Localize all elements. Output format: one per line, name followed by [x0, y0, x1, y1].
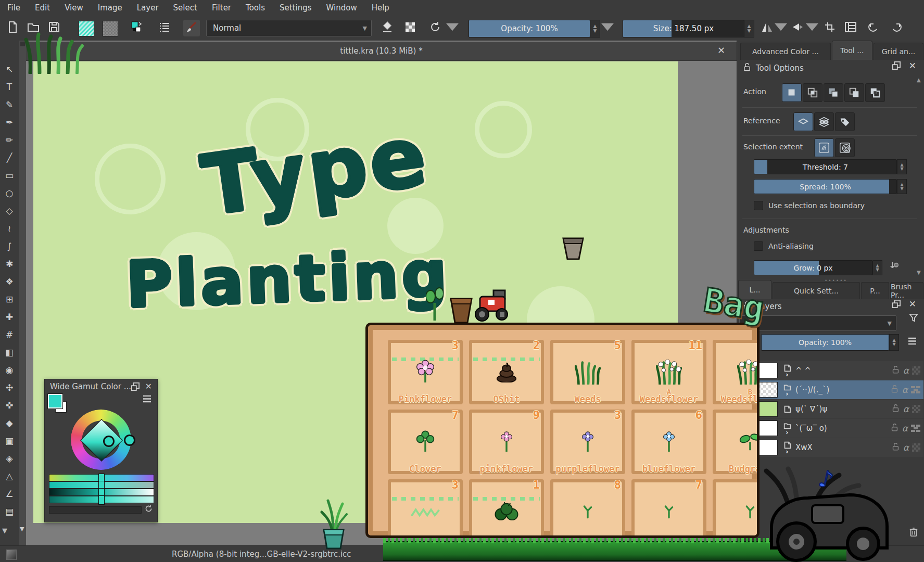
layer-opacity-spinner[interactable]: ▲▼ — [889, 334, 899, 351]
menu-settings[interactable]: Settings — [272, 0, 319, 16]
reference-images-tool[interactable]: ▤ — [0, 503, 19, 520]
mirror-vertical-dropdown[interactable] — [777, 20, 785, 36]
inventory-slot-budgrass[interactable]: 3Budgrass — [713, 410, 760, 474]
scroll-up-icon[interactable]: ▲ — [917, 77, 923, 83]
mirror-horizontal-button[interactable] — [789, 20, 806, 36]
scroll-down-icon[interactable]: ▼ — [917, 270, 923, 275]
close-icon[interactable]: ✕ — [145, 381, 152, 391]
tab-brushpr[interactable]: Brush Pr... — [890, 282, 923, 299]
action-intersect-button[interactable] — [803, 83, 822, 102]
layer-name[interactable]: ^ ^ — [795, 366, 891, 375]
polygon-tool[interactable]: ◇ — [0, 202, 19, 220]
threshold-slider[interactable]: Threshold: 7 — [754, 159, 897, 174]
alpha-lock-icon[interactable]: α — [903, 365, 909, 376]
eraser-mode-button[interactable] — [379, 20, 396, 36]
float-docker-icon[interactable] — [892, 61, 901, 72]
antialiasing-checkbox[interactable] — [754, 241, 763, 251]
reload-preset-button[interactable] — [427, 20, 444, 36]
value-bar[interactable] — [49, 489, 154, 496]
threshold-spinner[interactable]: ▲▼ — [897, 159, 907, 174]
float-docker-icon[interactable] — [131, 382, 140, 393]
action-symmetric-difference-button[interactable] — [865, 83, 885, 102]
layer-blend-mode-combo[interactable]: ▼ — [739, 315, 896, 331]
new-document-button[interactable] — [4, 20, 21, 36]
layer-style-icon[interactable] — [911, 386, 920, 393]
grow-spinner[interactable]: ▲▼ — [872, 260, 882, 275]
extent-contiguous-button[interactable] — [814, 138, 834, 157]
toolbox-scroll-down[interactable]: ▼ — [2, 527, 7, 534]
layer-row-3[interactable]: ›`(‾ω‾ o)α — [738, 419, 923, 438]
delete-layer-icon[interactable] — [909, 527, 918, 539]
action-subtract-button[interactable] — [844, 83, 864, 102]
inventory-slot-pinkflower[interactable]: 9pinkflower — [469, 410, 544, 474]
extent-global-button[interactable] — [835, 138, 855, 157]
snap-button[interactable] — [821, 20, 838, 36]
enclose-fill-tool[interactable]: ▣ — [0, 432, 19, 450]
alpha-lock-icon[interactable]: α — [903, 404, 909, 414]
layer-row-1[interactable]: ✓›(´··)/(._`)α — [738, 380, 923, 399]
inventory-slot-oshit[interactable]: 2OShit — [469, 340, 544, 404]
selection-display-icon[interactable] — [6, 550, 17, 560]
calligraphy-tool[interactable]: ✒ — [0, 113, 19, 131]
layer-row-0[interactable]: ›^ ^α — [738, 361, 923, 380]
transform-tool[interactable]: ⊞ — [0, 290, 19, 308]
brush-size-slider[interactable]: Size: 187.50 px — [623, 20, 744, 37]
lock-layer-icon[interactable] — [890, 423, 899, 434]
inventory-slot-weedsflower[interactable]: 11AWeedsflower — [631, 340, 706, 404]
line-tool[interactable]: ╱ — [0, 149, 19, 167]
edit-shapes-tool[interactable]: ✎ — [0, 96, 19, 113]
alpha-lock-icon[interactable]: α — [902, 385, 908, 395]
rectangle-tool[interactable]: ▭ — [0, 167, 19, 184]
lock-layer-icon[interactable] — [891, 365, 900, 376]
texture-swatch[interactable] — [103, 21, 118, 36]
lock-layer-icon[interactable] — [891, 442, 900, 453]
foreground-background-colors[interactable] — [126, 20, 147, 36]
document-titlebar[interactable]: tittle.kra (10.3 MiB) * ✕ — [26, 42, 737, 61]
menu-edit[interactable]: Edit — [28, 0, 57, 16]
gradient-tool[interactable]: ◧ — [0, 343, 19, 361]
layer-alpha-icon[interactable] — [912, 366, 920, 375]
menu-view[interactable]: View — [57, 0, 91, 16]
menu-window[interactable]: Window — [319, 0, 364, 16]
layer-style-icon[interactable] — [911, 425, 920, 432]
reset-colors-icon[interactable] — [144, 504, 153, 515]
edit-brush-settings-button[interactable] — [183, 20, 200, 36]
expand-chevron-icon[interactable]: › — [786, 449, 788, 454]
smart-patch-tool[interactable]: ✜ — [0, 397, 19, 414]
layer-opacity-slider[interactable]: Opacity: 100% — [761, 334, 889, 351]
expand-chevron-icon[interactable]: › — [786, 430, 788, 435]
crop-tool[interactable]: # — [0, 326, 19, 343]
alpha-lock-icon[interactable]: α — [902, 423, 908, 433]
expand-chevron-icon[interactable]: › — [786, 372, 788, 377]
lock-layer-icon[interactable] — [890, 385, 899, 395]
close-icon[interactable]: ✕ — [717, 45, 725, 56]
alpha-lock-icon[interactable]: α — [903, 442, 909, 453]
assistants-tool[interactable]: △ — [0, 467, 19, 485]
float-docker-icon[interactable] — [892, 300, 901, 310]
layer-filter-icon[interactable] — [909, 313, 918, 325]
lock-layer-icon[interactable] — [891, 404, 900, 415]
layer-name[interactable]: (´··)/(._`) — [795, 385, 890, 394]
text-tool[interactable]: T — [0, 78, 19, 96]
fill-tool[interactable]: ◆ — [0, 414, 19, 432]
sv-handle[interactable] — [103, 436, 115, 447]
reload-options-dropdown[interactable] — [448, 20, 457, 36]
grow-slider[interactable]: Grow: 0 px — [754, 260, 872, 275]
select-shapes-tool[interactable]: ↖ — [0, 60, 19, 78]
reference-current-layer-button[interactable] — [793, 112, 813, 131]
tab-gridan[interactable]: Grid an... — [874, 43, 923, 60]
action-replace-button[interactable] — [782, 83, 802, 102]
tab-quicksett[interactable]: Quick Sett... — [773, 282, 860, 299]
workspace-chooser-button[interactable] — [842, 20, 859, 36]
layer-name[interactable]: `(‾ω‾ o) — [795, 424, 890, 433]
mirror-vertical-button[interactable] — [759, 20, 776, 36]
layer-name[interactable]: XwX — [795, 443, 891, 452]
undo-button[interactable] — [865, 20, 882, 36]
choose-brush-preset-button[interactable] — [156, 20, 173, 36]
move-tool[interactable]: ✚ — [0, 308, 19, 326]
history-bar[interactable] — [49, 506, 142, 514]
color-panel-menu-icon[interactable] — [142, 395, 152, 405]
spread-slider[interactable]: Spread: 100% — [754, 179, 897, 194]
inventory-slot-weeds[interactable]: 5Weeds — [550, 340, 625, 404]
lightness-bar[interactable] — [49, 496, 154, 503]
